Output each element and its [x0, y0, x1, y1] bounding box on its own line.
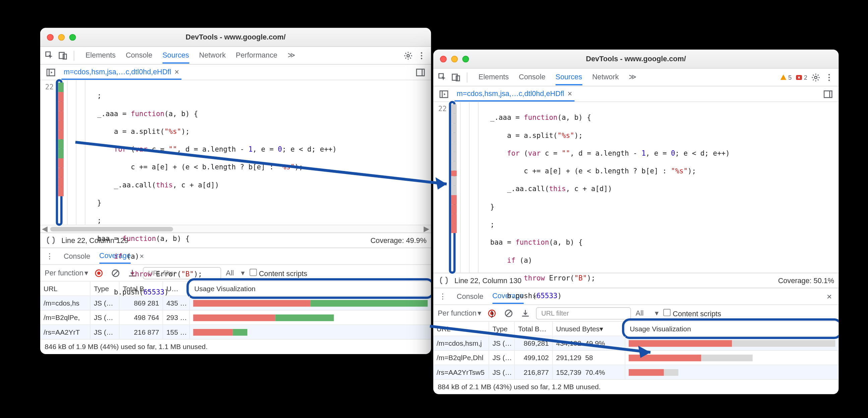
file-tab[interactable]: m=cdos,hsm,jsa,…c,dtl0hd,eHDfl ×	[61, 65, 181, 80]
tab-network[interactable]: Network	[592, 69, 619, 85]
main-toolbar: Elements Console Sources Network Perform…	[40, 47, 431, 65]
table-row[interactable]: /m=B2qlPe,Dhl JS (… 499,102 291,129 58	[433, 351, 839, 365]
tab-sources[interactable]: Sources	[556, 69, 582, 85]
drawer-more-icon[interactable]: ⋮	[438, 292, 448, 301]
scroll-right-icon[interactable]: ▶	[423, 225, 430, 232]
coverage-type-select[interactable]: Per function ▾	[44, 269, 89, 277]
errors-badge[interactable]: 2	[794, 73, 809, 82]
svg-point-5	[421, 55, 422, 56]
toggle-debugger-icon[interactable]	[822, 88, 834, 100]
tabs-overflow[interactable]: ≫	[287, 47, 295, 64]
coverage-gutter-right	[449, 101, 456, 274]
svg-point-3	[407, 54, 409, 57]
devtools-window-left: DevTools - www.google.com/ Elements Cons…	[40, 28, 431, 354]
settings-icon[interactable]	[810, 71, 822, 83]
col-url[interactable]: URL	[40, 281, 91, 295]
line-number-gutter: 22	[433, 102, 449, 273]
tab-elements[interactable]: Elements	[86, 47, 116, 64]
svg-point-22	[829, 79, 830, 81]
toggle-navigator-icon[interactable]	[438, 88, 450, 100]
tab-sources[interactable]: Sources	[162, 47, 189, 64]
svg-rect-25	[824, 91, 832, 97]
svg-point-21	[829, 77, 830, 78]
device-toolbar-icon[interactable]	[450, 71, 463, 83]
file-tab[interactable]: m=cdos,hsm,jsa,…c,dtl0hd,eHDfl ×	[455, 86, 575, 101]
tabs-overflow[interactable]: ≫	[629, 69, 637, 85]
indent-guides	[63, 80, 95, 224]
file-tab-label: m=cdos,hsm,jsa,…c,dtl0hd,eHDfl	[64, 68, 171, 76]
svg-rect-9	[416, 69, 424, 76]
titlebar: DevTools - www.google.com/	[40, 28, 431, 47]
coverage-percent: Coverage: 49.9%	[370, 236, 426, 245]
warnings-badge[interactable]: 5	[778, 73, 793, 82]
device-toolbar-icon[interactable]	[57, 49, 69, 62]
coverage-summary: 846 kB of 1.9 MB (44%) used so far, 1.1 …	[40, 340, 431, 354]
svg-point-19	[814, 76, 817, 78]
more-icon[interactable]	[415, 49, 428, 62]
code-editor[interactable]: 22 _.aaa = function(a, b) { a = a.split(…	[433, 102, 839, 273]
titlebar: DevTools - www.google.com/	[433, 49, 839, 69]
window-title: DevTools - www.google.com/	[40, 33, 431, 41]
tab-performance[interactable]: Performance	[236, 47, 278, 64]
table-row[interactable]: /m=cdos,hsm,j JS (… 869,281 434,192 49.9…	[433, 336, 839, 351]
drawer-tab-console[interactable]: Console	[457, 289, 483, 304]
tab-network[interactable]: Network	[199, 47, 225, 64]
more-icon[interactable]	[823, 71, 836, 83]
close-drawer-icon[interactable]: ×	[825, 291, 834, 301]
code-content: _.aaa = function(a, b) { a = a.split("%s…	[488, 102, 730, 273]
table-row[interactable]: /rs=AA2YrT JS (… 216 877 155 …	[40, 325, 431, 339]
code-editor[interactable]: 22 ; _.aaa = function(a, b) { a = a.spli…	[40, 80, 431, 224]
close-file-tab-icon[interactable]: ×	[568, 89, 572, 98]
coverage-percent: Coverage: 50.1%	[778, 276, 834, 285]
tab-console[interactable]: Console	[519, 69, 545, 85]
table-row[interactable]: /rs=AA2YrTsw5 JS (… 216,877 152,739 70.4…	[433, 365, 839, 380]
coverage-type-select[interactable]: Per function ▾	[438, 309, 482, 317]
drawer-tab-console[interactable]: Console	[64, 249, 90, 264]
pretty-print-icon[interactable]	[44, 234, 57, 247]
toggle-debugger-icon[interactable]	[414, 66, 427, 78]
indent-guides	[456, 102, 488, 273]
svg-point-20	[829, 74, 830, 75]
tab-console[interactable]: Console	[126, 47, 152, 64]
settings-icon[interactable]	[402, 49, 414, 62]
svg-point-4	[421, 52, 422, 53]
inspect-icon[interactable]	[437, 71, 449, 83]
line-number-gutter: 22	[40, 80, 56, 224]
sources-file-tabs: m=cdos,hsm,jsa,…c,dtl0hd,eHDfl ×	[433, 86, 839, 102]
tab-elements[interactable]: Elements	[478, 69, 509, 85]
main-toolbar: Elements Console Sources Network ≫ 5 2	[433, 69, 839, 86]
pretty-print-icon[interactable]	[438, 274, 450, 287]
sources-file-tabs: m=cdos,hsm,jsa,…c,dtl0hd,eHDfl ×	[40, 65, 431, 80]
svg-point-6	[421, 58, 422, 59]
drawer-more-icon[interactable]: ⋮	[44, 252, 55, 260]
inspect-icon[interactable]	[43, 49, 56, 62]
coverage-gutter-left	[56, 79, 63, 226]
col-url[interactable]: URL	[433, 322, 489, 336]
toggle-navigator-icon[interactable]	[44, 66, 57, 78]
code-content: ; _.aaa = function(a, b) { a = a.split("…	[95, 80, 337, 224]
close-file-tab-icon[interactable]: ×	[175, 67, 179, 76]
file-tab-label: m=cdos,hsm,jsa,…c,dtl0hd,eHDfl	[457, 90, 564, 98]
devtools-window-right: DevTools - www.google.com/ Elements Cons…	[433, 49, 839, 394]
scroll-left-icon[interactable]: ◀	[41, 225, 48, 232]
window-title: DevTools - www.google.com/	[433, 55, 839, 63]
coverage-summary: 884 kB of 2.1 MB (43%) used so far, 1.2 …	[433, 380, 839, 394]
